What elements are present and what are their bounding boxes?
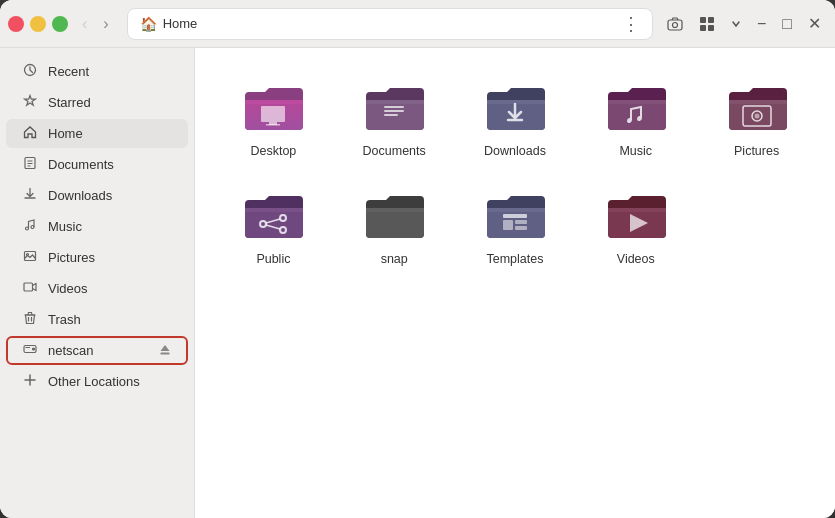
starred-icon: [22, 94, 38, 111]
maximize-window-button[interactable]: □: [52, 16, 68, 32]
main-content: Desktop Documents: [195, 48, 835, 518]
snap-folder-icon: [362, 190, 426, 244]
sidebar-item-music-label: Music: [48, 219, 172, 234]
sidebar-item-other-locations[interactable]: Other Locations: [6, 367, 188, 396]
svg-rect-19: [266, 124, 280, 126]
nav-forward-button[interactable]: ›: [97, 11, 114, 37]
documents-label: Documents: [363, 144, 426, 158]
sidebar-item-starred[interactable]: Starred: [6, 88, 188, 117]
downloads-folder-icon: [483, 82, 547, 136]
snap-label: snap: [381, 252, 408, 266]
search-toggle-button[interactable]: [661, 12, 689, 36]
pictures-icon: [22, 249, 38, 266]
svg-rect-22: [384, 114, 398, 116]
sidebar-item-recent[interactable]: Recent: [6, 57, 188, 86]
svg-rect-21: [384, 110, 404, 112]
sidebar-item-downloads[interactable]: Downloads: [6, 181, 188, 210]
svg-point-8: [26, 227, 29, 230]
videos-icon: [22, 280, 38, 297]
folder-documents[interactable]: Documents: [340, 72, 449, 168]
svg-rect-31: [515, 220, 527, 224]
svg-rect-3: [708, 17, 714, 23]
minimize-button[interactable]: −: [751, 11, 772, 37]
sort-dropdown-button[interactable]: [725, 15, 747, 33]
desktop-label: Desktop: [250, 144, 296, 158]
svg-point-14: [33, 348, 35, 350]
restore-button[interactable]: □: [776, 11, 798, 37]
home-sidebar-icon: [22, 125, 38, 142]
pictures-folder-icon: [725, 82, 789, 136]
chevron-down-icon: [731, 19, 741, 29]
templates-label: Templates: [487, 252, 544, 266]
breadcrumb-menu-button[interactable]: ⋮: [622, 15, 640, 33]
sidebar-item-videos[interactable]: Videos: [6, 274, 188, 303]
folder-grid: Desktop Documents: [219, 72, 811, 276]
eject-button[interactable]: [158, 342, 172, 359]
music-label: Music: [619, 144, 652, 158]
view-mode-button[interactable]: [693, 12, 721, 36]
folder-desktop[interactable]: Desktop: [219, 72, 328, 168]
minimize-window-button[interactable]: −: [30, 16, 46, 32]
sidebar-item-recent-label: Recent: [48, 64, 172, 79]
content-area: Recent Starred Home: [0, 48, 835, 518]
svg-rect-32: [515, 226, 527, 230]
camera-icon: [667, 16, 683, 32]
nav-back-button[interactable]: ‹: [76, 11, 93, 37]
sidebar-item-other-locations-label: Other Locations: [48, 374, 172, 389]
templates-folder-icon: [483, 190, 547, 244]
sidebar-item-netscan[interactable]: netscan: [6, 336, 188, 365]
folder-music[interactable]: Music: [581, 72, 690, 168]
videos-label: Videos: [617, 252, 655, 266]
sidebar-item-trash-label: Trash: [48, 312, 172, 327]
folder-downloads[interactable]: Downloads: [461, 72, 570, 168]
downloads-label: Downloads: [484, 144, 546, 158]
sidebar: Recent Starred Home: [0, 48, 195, 518]
sidebar-item-downloads-label: Downloads: [48, 188, 172, 203]
folder-snap[interactable]: snap: [340, 180, 449, 276]
add-icon: [22, 373, 38, 390]
svg-rect-15: [161, 353, 170, 355]
home-icon: 🏠: [140, 16, 157, 32]
close-window-button[interactable]: ✕: [8, 16, 24, 32]
videos-folder-icon: [604, 190, 668, 244]
sidebar-item-music[interactable]: Music: [6, 212, 188, 241]
svg-rect-30: [503, 220, 513, 230]
sidebar-item-netscan-label: netscan: [48, 343, 148, 358]
pictures-label: Pictures: [734, 144, 779, 158]
desktop-folder-icon: [241, 82, 305, 136]
breadcrumb-title: Home: [163, 16, 198, 31]
trash-icon: [22, 311, 38, 328]
documents-icon: [22, 156, 38, 173]
svg-rect-17: [261, 106, 285, 122]
svg-rect-29: [503, 214, 527, 218]
svg-rect-20: [384, 106, 404, 108]
sidebar-item-documents[interactable]: Documents: [6, 150, 188, 179]
folder-videos[interactable]: Videos: [581, 180, 690, 276]
drive-icon: [22, 342, 38, 359]
svg-rect-5: [708, 25, 714, 31]
navigation-arrows: ‹ ›: [76, 11, 115, 37]
sidebar-item-pictures-label: Pictures: [48, 250, 172, 265]
close-button[interactable]: ✕: [802, 10, 827, 37]
folder-public[interactable]: Public: [219, 180, 328, 276]
sidebar-item-documents-label: Documents: [48, 157, 172, 172]
recent-icon: [22, 63, 38, 80]
sidebar-item-trash[interactable]: Trash: [6, 305, 188, 334]
folder-templates[interactable]: Templates: [461, 180, 570, 276]
downloads-icon: [22, 187, 38, 204]
sidebar-item-home[interactable]: Home: [6, 119, 188, 148]
svg-point-9: [31, 226, 34, 229]
folder-pictures[interactable]: Pictures: [702, 72, 811, 168]
titlebar: ✕ − □ ‹ › 🏠 Home ⋮: [0, 0, 835, 48]
public-label: Public: [256, 252, 290, 266]
file-manager-window: ✕ − □ ‹ › 🏠 Home ⋮: [0, 0, 835, 518]
grid-view-icon: [699, 16, 715, 32]
svg-point-25: [754, 114, 759, 119]
svg-rect-0: [668, 20, 682, 30]
sidebar-item-starred-label: Starred: [48, 95, 172, 110]
breadcrumb-bar: 🏠 Home ⋮: [127, 8, 653, 40]
svg-rect-2: [700, 17, 706, 23]
sidebar-item-pictures[interactable]: Pictures: [6, 243, 188, 272]
music-folder-icon: [604, 82, 668, 136]
svg-rect-12: [24, 283, 33, 291]
